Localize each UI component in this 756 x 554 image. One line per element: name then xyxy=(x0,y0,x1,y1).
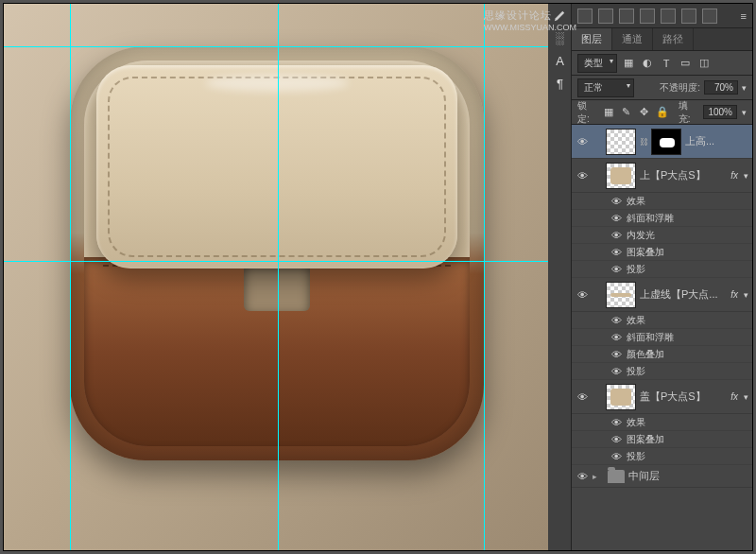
visibility-eye-icon[interactable]: 👁 xyxy=(610,366,623,377)
layer-name[interactable]: 上虚线【P大点... xyxy=(640,287,727,302)
effect-item[interactable]: 👁斜面和浮雕 xyxy=(572,329,752,346)
visibility-eye-icon[interactable]: 👁 xyxy=(576,170,589,182)
lock-all-icon[interactable]: 🔒 xyxy=(656,105,669,119)
option-square-icon[interactable] xyxy=(598,9,613,24)
visibility-eye-icon[interactable]: 👁 xyxy=(610,196,623,207)
visibility-eye-icon[interactable]: 👁 xyxy=(576,136,589,147)
effects-header[interactable]: 👁效果 xyxy=(572,414,752,431)
effect-item[interactable]: 👁图案叠加 xyxy=(572,244,752,261)
chevron-down-icon[interactable]: ▾ xyxy=(742,83,747,93)
guide-vertical[interactable] xyxy=(70,4,71,550)
artwork-highlight xyxy=(205,75,350,92)
filter-kind-select[interactable]: 类型 xyxy=(577,54,617,73)
layer-name[interactable]: 上高... xyxy=(685,134,748,148)
guide-vertical[interactable] xyxy=(278,4,279,550)
tab-channels[interactable]: 通道 xyxy=(612,28,653,50)
filter-shape-icon[interactable]: ▭ xyxy=(678,56,693,71)
effect-name: 图案叠加 xyxy=(627,246,664,259)
effect-name: 图案叠加 xyxy=(627,433,664,446)
blend-mode-select[interactable]: 正常 xyxy=(577,78,634,97)
visibility-eye-icon[interactable]: 👁 xyxy=(610,315,623,326)
visibility-eye-icon[interactable]: 👁 xyxy=(576,289,589,301)
filter-type-icon[interactable]: T xyxy=(659,56,674,71)
visibility-eye-icon[interactable]: 👁 xyxy=(610,332,623,343)
layer-name[interactable]: 中间层 xyxy=(628,469,748,483)
watermark: 思缘设计论坛 WWW.MISSYUAN.COM xyxy=(484,8,576,32)
chevron-down-icon[interactable]: ▾ xyxy=(744,392,748,402)
effect-item[interactable]: 👁投影 xyxy=(572,261,752,278)
option-square-icon[interactable] xyxy=(661,9,676,24)
filter-pixel-icon[interactable]: ▦ xyxy=(621,56,636,71)
opacity-value[interactable]: 70% xyxy=(704,80,738,95)
chevron-down-icon[interactable]: ▾ xyxy=(744,171,748,181)
document-canvas[interactable] xyxy=(4,4,548,550)
guide-vertical[interactable] xyxy=(484,4,485,550)
fx-badge[interactable]: fx xyxy=(730,170,738,181)
effect-item[interactable]: 👁投影 xyxy=(572,363,752,380)
layer-row[interactable]: 👁 ⛓ 上高... xyxy=(572,125,752,159)
effect-item[interactable]: 👁图案叠加 xyxy=(572,431,752,448)
effects-header[interactable]: 👁效果 xyxy=(572,193,752,210)
character-icon[interactable]: A xyxy=(549,50,571,72)
thumb-preview xyxy=(610,293,631,297)
visibility-eye-icon[interactable]: 👁 xyxy=(610,417,623,428)
layer-row[interactable]: 👁 上【P大点S】 fx ▾ xyxy=(572,159,752,193)
lock-transparency-icon[interactable]: ▦ xyxy=(602,105,615,119)
option-square-icon[interactable] xyxy=(681,9,696,24)
layer-mask-thumbnail[interactable] xyxy=(651,129,681,155)
guide-horizontal[interactable] xyxy=(4,46,548,47)
effect-name: 投影 xyxy=(627,365,645,378)
layer-thumbnail[interactable] xyxy=(606,129,636,155)
effect-item[interactable]: 👁内发光 xyxy=(572,227,752,244)
visibility-eye-icon[interactable]: 👁 xyxy=(610,230,623,241)
layer-name[interactable]: 盖【P大点S】 xyxy=(640,390,727,404)
visibility-eye-icon[interactable]: 👁 xyxy=(610,264,623,275)
mask-link-icon[interactable]: ⛓ xyxy=(640,137,647,147)
filter-adjust-icon[interactable]: ◐ xyxy=(640,56,655,71)
option-square-icon[interactable] xyxy=(577,9,593,24)
paragraph-icon[interactable]: ¶ xyxy=(549,73,571,95)
effect-item[interactable]: 👁颜色叠加 xyxy=(572,346,752,363)
layer-thumbnail[interactable] xyxy=(606,163,636,189)
thumb-preview xyxy=(610,389,631,406)
panel-menu-icon[interactable]: ≡ xyxy=(741,10,747,22)
lock-position-icon[interactable]: ✥ xyxy=(638,105,651,119)
filter-smart-icon[interactable]: ◫ xyxy=(696,56,712,71)
visibility-eye-icon[interactable]: 👁 xyxy=(610,434,623,445)
option-square-icon[interactable] xyxy=(619,9,634,24)
lock-pixels-icon[interactable]: ✎ xyxy=(620,105,633,119)
effect-name: 投影 xyxy=(627,263,645,276)
fill-value[interactable]: 100% xyxy=(703,105,737,119)
option-square-icon[interactable] xyxy=(702,9,717,24)
effect-name: 颜色叠加 xyxy=(627,348,664,361)
layer-row[interactable]: 👁 上虚线【P大点... fx ▾ xyxy=(572,278,752,312)
option-square-icon[interactable] xyxy=(640,9,655,24)
layer-thumbnail[interactable] xyxy=(606,282,636,308)
effect-item[interactable]: 👁斜面和浮雕 xyxy=(572,210,752,227)
layer-thumbnail[interactable] xyxy=(606,384,636,410)
visibility-eye-icon[interactable]: 👁 xyxy=(610,349,623,360)
effect-name: 斜面和浮雕 xyxy=(627,331,674,344)
visibility-eye-icon[interactable]: 👁 xyxy=(610,247,623,258)
chevron-down-icon[interactable]: ▾ xyxy=(742,108,747,117)
chevron-down-icon[interactable]: ▾ xyxy=(744,290,748,300)
visibility-eye-icon[interactable]: 👁 xyxy=(576,391,589,403)
expand-arrow-icon[interactable]: ▸ xyxy=(593,472,602,481)
visibility-eye-icon[interactable]: 👁 xyxy=(576,471,589,482)
visibility-eye-icon[interactable]: 👁 xyxy=(610,213,623,224)
effect-item[interactable]: 👁投影 xyxy=(572,448,752,465)
effects-label: 效果 xyxy=(627,416,645,429)
layer-group-row[interactable]: 👁 ▸ 中间层 xyxy=(572,465,752,488)
layer-name[interactable]: 上【P大点S】 xyxy=(640,168,727,182)
layer-row[interactable]: 👁 盖【P大点S】 fx ▾ xyxy=(572,380,752,414)
effects-label: 效果 xyxy=(627,195,645,208)
tab-layers[interactable]: 图层 xyxy=(572,28,612,50)
guide-horizontal[interactable] xyxy=(4,261,548,262)
layers-list[interactable]: 👁 ⛓ 上高... 👁 上【P大点S】 fx ▾ 👁效果 👁斜面和浮雕 👁内发光… xyxy=(572,125,752,550)
effects-header[interactable]: 👁效果 xyxy=(572,312,752,329)
tab-paths[interactable]: 路径 xyxy=(653,28,694,50)
fx-badge[interactable]: fx xyxy=(730,391,738,402)
fx-badge[interactable]: fx xyxy=(730,289,738,300)
watermark-url: WWW.MISSYUAN.COM xyxy=(484,23,576,32)
visibility-eye-icon[interactable]: 👁 xyxy=(610,451,623,462)
